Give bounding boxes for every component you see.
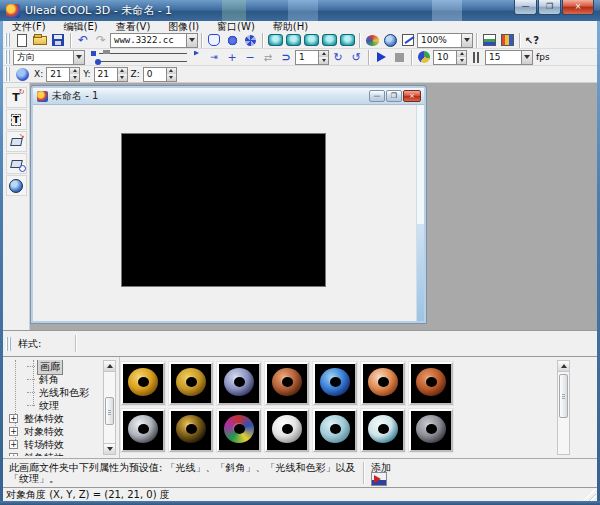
- document-scrollbar[interactable]: [416, 105, 424, 321]
- gallery-thumb-orange-swirl[interactable]: [361, 362, 405, 405]
- slider-dot-icon[interactable]: [95, 59, 101, 65]
- slider-handle[interactable]: [103, 50, 110, 54]
- add-button[interactable]: [371, 472, 387, 486]
- document-title-bar[interactable]: 未命名 - 1 — ❐ ×: [33, 88, 424, 105]
- toolbar-grip[interactable]: [5, 50, 10, 64]
- pan-tool-button[interactable]: [205, 32, 223, 48]
- fps-combobox[interactable]: 15: [485, 50, 533, 65]
- minimize-button[interactable]: —: [514, 0, 537, 15]
- gallery-thumb-steel-blue[interactable]: [217, 362, 261, 405]
- gallery-thumb-white-glossy[interactable]: [265, 409, 309, 452]
- gallery-thumb-stained-glass[interactable]: [217, 409, 261, 452]
- loop-button[interactable]: ↻: [329, 49, 347, 65]
- keyframe-marker-icon[interactable]: [194, 51, 199, 56]
- title-bar[interactable]: Ulead COOL 3D - 未命名 - 1 — ❐ ×: [0, 0, 600, 21]
- dropdown-arrow-icon[interactable]: [521, 51, 532, 64]
- menu-view[interactable]: 查看(V): [107, 21, 160, 32]
- open-button[interactable]: [31, 32, 49, 48]
- frame-marker-button[interactable]: [467, 49, 485, 65]
- expand-plus-icon[interactable]: +: [9, 414, 18, 423]
- gallery-thumb-gold-rings[interactable]: [169, 362, 213, 405]
- toolbar-grip[interactable]: [5, 33, 10, 47]
- scene-object-button-5[interactable]: [338, 32, 356, 48]
- scene-object-button-3[interactable]: [302, 32, 320, 48]
- preview-quality-button[interactable]: [415, 49, 433, 65]
- add-frame-button[interactable]: +: [223, 49, 241, 65]
- edit-graphics-button[interactable]: [6, 153, 27, 174]
- tree-item-object-effects[interactable]: +对象特效: [7, 425, 101, 438]
- spinner-buttons[interactable]: [166, 68, 176, 81]
- save-button[interactable]: [49, 32, 67, 48]
- tree-item-bevel[interactable]: 斜角: [7, 373, 101, 386]
- toolbar-grip[interactable]: [5, 67, 10, 81]
- undo-button[interactable]: ↶: [74, 32, 92, 48]
- expand-plus-icon[interactable]: +: [9, 440, 18, 449]
- gallery-thumb-metal-flange[interactable]: [409, 409, 453, 452]
- edit-text-button[interactable]: T: [6, 109, 27, 130]
- document-restore-button[interactable]: ❐: [386, 90, 402, 102]
- spinner-buttons[interactable]: [456, 51, 466, 64]
- scrollbar-thumb[interactable]: [105, 397, 114, 425]
- document-window[interactable]: 未命名 - 1 — ❐ ×: [31, 86, 426, 323]
- close-button[interactable]: ×: [562, 0, 594, 15]
- rotate-mode-button[interactable]: [13, 66, 31, 82]
- zoom-combobox[interactable]: 100%: [417, 33, 473, 48]
- menu-window[interactable]: 窗口(W): [208, 21, 264, 32]
- tree-scrollbar[interactable]: [103, 360, 116, 455]
- scene-object-button-1[interactable]: [266, 32, 284, 48]
- bounce-button[interactable]: ↺: [347, 49, 365, 65]
- stop-button[interactable]: [390, 49, 408, 65]
- z-spinner[interactable]: 0: [143, 67, 177, 82]
- scene-object-button-4[interactable]: [320, 32, 338, 48]
- gallery-thumb-terracotta[interactable]: [409, 362, 453, 405]
- gallery-thumb-gold[interactable]: [121, 362, 165, 405]
- context-help-button[interactable]: ↖?: [523, 32, 541, 48]
- tree-item-light-and-color[interactable]: 光线和色彩: [7, 386, 101, 399]
- insert-graphics-button[interactable]: ↘: [6, 131, 27, 152]
- web-button[interactable]: [381, 32, 399, 48]
- keyframe-marker-icon[interactable]: [91, 51, 96, 56]
- insert-text-button[interactable]: T ↻: [6, 87, 27, 108]
- play-button[interactable]: [372, 49, 390, 65]
- spinner-buttons[interactable]: [69, 68, 79, 81]
- render-canvas[interactable]: [121, 133, 326, 287]
- scroll-down-icon[interactable]: [104, 443, 115, 454]
- redo-button[interactable]: ↷: [92, 32, 110, 48]
- delete-frame-button[interactable]: −: [241, 49, 259, 65]
- x-spinner[interactable]: 21: [46, 67, 80, 82]
- document-minimize-button[interactable]: —: [369, 90, 385, 102]
- menu-help[interactable]: 帮助(H): [264, 21, 317, 32]
- web-gallery-button[interactable]: [6, 175, 27, 196]
- pick-object-button[interactable]: [223, 32, 241, 48]
- gallery-thumb-chrome-plate[interactable]: [121, 409, 165, 452]
- reverse-button[interactable]: ⇄: [259, 49, 277, 65]
- spinner-buttons[interactable]: [318, 51, 328, 64]
- gallery-thumb-copper-ring[interactable]: [265, 362, 309, 405]
- expand-plus-icon[interactable]: +: [9, 427, 18, 436]
- menu-image[interactable]: 图像(I): [159, 21, 208, 32]
- frame-spinner[interactable]: 1: [295, 50, 329, 65]
- spinner-buttons[interactable]: [117, 68, 127, 81]
- gallery-thumb-blue-texture[interactable]: [313, 362, 357, 405]
- scene-object-button-2[interactable]: [284, 32, 302, 48]
- tree-item-overall-effects[interactable]: +整体特效: [7, 412, 101, 425]
- expand-plus-icon[interactable]: +: [9, 453, 18, 456]
- dropdown-arrow-icon[interactable]: [73, 51, 84, 64]
- y-spinner[interactable]: 21: [94, 67, 128, 82]
- tree-item-transition-effects[interactable]: +转场特效: [7, 438, 101, 451]
- export-image-button[interactable]: [498, 32, 516, 48]
- delay-spinner[interactable]: 10: [433, 50, 467, 65]
- scroll-up-icon[interactable]: [558, 361, 569, 372]
- resize-grip-icon[interactable]: [583, 488, 596, 501]
- menu-file[interactable]: 文件(F): [3, 21, 55, 32]
- tree-item-bevel-effects[interactable]: +斜角特效: [7, 451, 101, 456]
- document-close-button[interactable]: ×: [403, 90, 421, 102]
- maximize-button[interactable]: ❐: [538, 0, 561, 15]
- gallery-thumb-gold-camouflage[interactable]: [169, 409, 213, 452]
- dropdown-arrow-icon[interactable]: [186, 34, 197, 47]
- gallery-thumb-white-teal-swirl[interactable]: [361, 409, 405, 452]
- palette-button[interactable]: [363, 32, 381, 48]
- ease-curve-button[interactable]: ⊃: [277, 49, 295, 65]
- scroll-up-icon[interactable]: [104, 361, 115, 372]
- new-document-button[interactable]: [13, 32, 31, 48]
